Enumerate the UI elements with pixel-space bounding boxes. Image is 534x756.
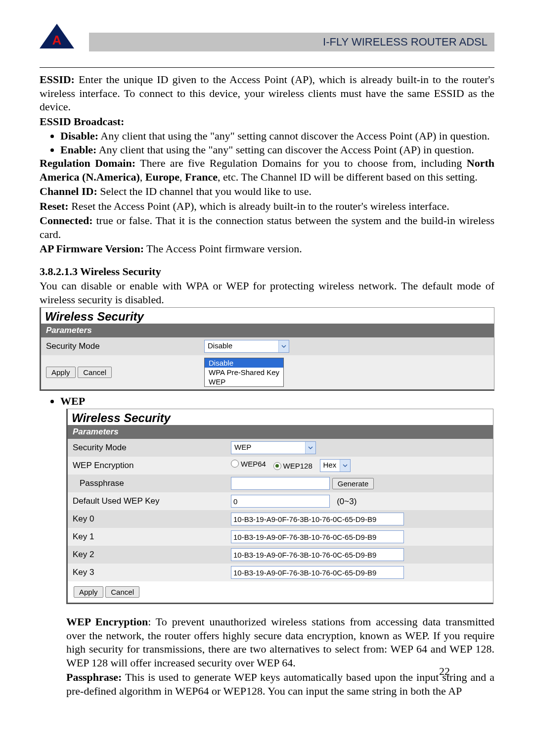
reg-label: Regulation Domain: — [40, 157, 135, 169]
bc-enable-text: Any client that using the "any" setting … — [96, 143, 474, 156]
bc-disable-text: Any client that using the "any" setting … — [98, 130, 490, 142]
table-row: Security Mode Disable — [41, 337, 494, 355]
wireless-security-wep-panel: Wireless Security Parameters Security Mo… — [66, 409, 493, 604]
key2-input[interactable] — [231, 548, 404, 561]
key3-label: Key 3 — [68, 564, 226, 581]
wep-enc-label: WEP Encryption — [66, 615, 148, 628]
section-heading: 3.8.2.1.3 Wireless Security — [40, 265, 494, 279]
security-mode-select[interactable]: Disable — [204, 340, 289, 353]
apply-button[interactable]: Apply — [74, 586, 103, 598]
key2-label: Key 2 — [68, 546, 226, 564]
key0-input[interactable] — [231, 513, 404, 525]
table-row: Key 1 — [68, 528, 493, 546]
connected-label: Connected: — [40, 214, 93, 227]
logo-letter: A — [52, 33, 62, 48]
security-mode-select[interactable]: WEP — [231, 441, 316, 454]
key0-label: Key 0 — [68, 510, 226, 528]
panel-title: Wireless Security — [41, 308, 494, 324]
generate-button[interactable]: Generate — [332, 478, 374, 489]
cancel-button[interactable]: Cancel — [105, 586, 139, 598]
reset-label: Reset: — [40, 200, 69, 212]
bc-disable-label: Disable: — [60, 130, 98, 142]
reset-text: Reset the Access Point (AP), which is al… — [69, 200, 449, 212]
default-key-input[interactable] — [231, 495, 330, 508]
chevron-down-icon — [340, 460, 350, 472]
chevron-down-icon — [278, 340, 289, 352]
key1-input[interactable] — [231, 530, 404, 543]
panel-title: Wireless Security — [68, 409, 493, 425]
page-header: A I-FLY WIRELESS ROUTER ADSL — [40, 24, 494, 53]
chevron-down-icon — [305, 442, 315, 454]
panel-parameters-header: Parameters — [68, 425, 493, 439]
wep-encryption-label: WEP Encryption — [68, 457, 226, 474]
essid-broadcast-label: ESSID Broadcast: — [40, 115, 494, 129]
essid-label: ESSID: — [40, 73, 75, 86]
essid-text: Enter the unique ID given to the Access … — [40, 73, 494, 113]
fw-label: AP Firmware Version: — [40, 242, 144, 255]
apply-button[interactable]: Apply — [46, 367, 76, 378]
wireless-security-panel: Wireless Security Parameters Security Mo… — [40, 307, 494, 391]
passphrase-desc-text: This is used to generate WEP keys automa… — [66, 671, 494, 697]
logo: A — [40, 24, 74, 53]
table-row: Key 3 — [68, 564, 493, 581]
key1-label: Key 1 — [68, 528, 226, 546]
channel-text: Select the ID channel that you would lik… — [97, 185, 312, 197]
table-row: Default Used WEP Key (0~3) — [68, 492, 493, 510]
table-row: Apply Cancel Disable WPA Pre-Shared Key … — [41, 355, 494, 389]
dropdown-option[interactable]: WEP — [205, 377, 283, 386]
channel-label: Channel ID: — [40, 185, 97, 197]
default-key-label: Default Used WEP Key — [68, 492, 226, 510]
dropdown-option[interactable]: WPA Pre-Shared Key — [205, 368, 283, 377]
header-title: I-FLY WIRELESS ROUTER ADSL — [89, 33, 494, 51]
table-row: Key 0 — [68, 510, 493, 528]
passphrase-input[interactable] — [231, 477, 330, 490]
security-mode-label: Security Mode — [68, 439, 226, 457]
header-separator — [40, 67, 494, 68]
table-row: Passphrase Generate — [68, 474, 493, 492]
passphrase-label: Passphrase — [68, 474, 226, 492]
wep64-radio[interactable]: WEP64 — [231, 460, 266, 468]
bc-enable-label: Enable: — [60, 143, 96, 156]
table-row: WEP Encryption WEP64 WEP128 Hex — [68, 457, 493, 474]
page-number: 22 — [439, 665, 450, 678]
table-row: Security Mode WEP — [68, 439, 493, 457]
wep-description: WEP Encryption: To prevent unauthorized … — [66, 615, 494, 698]
security-mode-dropdown[interactable]: Disable WPA Pre-Shared Key WEP — [204, 358, 284, 387]
connected-text: true or false. That it is the connection… — [40, 214, 494, 240]
passphrase-desc-label: Passphrase: — [66, 671, 122, 683]
wep-format-select[interactable]: Hex — [320, 459, 351, 472]
wep128-radio[interactable]: WEP128 — [273, 462, 312, 470]
wep-bullet: WEP — [60, 395, 494, 408]
panel-parameters-header: Parameters — [41, 324, 494, 337]
default-key-range: (0~3) — [337, 497, 356, 506]
fw-text: The Access Point firmware version. — [144, 242, 302, 255]
cancel-button[interactable]: Cancel — [78, 367, 112, 378]
table-row: Key 2 — [68, 546, 493, 564]
key3-input[interactable] — [231, 566, 404, 579]
dropdown-option[interactable]: Disable — [205, 358, 283, 368]
section-intro: You can disable or enable with WPA or WE… — [40, 279, 494, 306]
security-mode-label: Security Mode — [41, 337, 199, 355]
document-body: ESSID: Enter the unique ID given to the … — [40, 73, 494, 306]
